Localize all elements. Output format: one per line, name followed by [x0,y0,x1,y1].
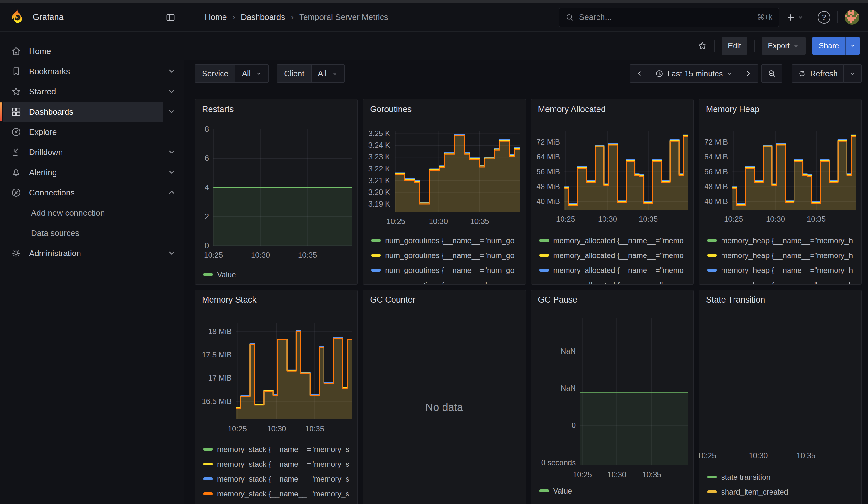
legend-item[interactable]: num_goroutines {__name__="num_go [371,236,521,245]
panel-title[interactable]: GC Pause [538,295,578,305]
time-series-chart[interactable]: 10:2510:3010:35 [699,290,861,467]
svg-text:0: 0 [571,421,576,430]
legend-item[interactable]: memory_heap {__name__="memory_h [707,251,858,260]
legend-item[interactable]: num_goroutines {__name__="num_go [371,251,521,260]
time-series-chart[interactable]: 8642010:2510:3010:35 [195,100,357,262]
sidebar-item-bookmarks[interactable]: Bookmarks [2,61,163,81]
time-series-chart[interactable]: 72 MiB64 MiB56 MiB48 MiB40 MiB10:2510:30… [699,100,861,226]
legend-item[interactable]: memory_stack {__name__="memory_s [203,474,353,483]
sidebar-item-explore[interactable]: Explore [2,122,177,142]
svg-text:3.23 K: 3.23 K [368,153,390,161]
sidebar-item-connections[interactable]: Connections [2,183,163,203]
legend-item[interactable]: num_goroutines {__name__="num_go [371,280,521,284]
panel-title[interactable]: Memory Stack [202,295,257,305]
header-main: Home›Dashboards›Temporal Server Metrics … [184,3,868,31]
legend-swatch [371,284,381,284]
panel-title[interactable]: Memory Allocated [538,104,606,114]
time-range-picker[interactable]: Last 15 minutes [649,64,739,83]
chevron-up-icon[interactable] [167,188,177,197]
sidebar-item-drilldown[interactable]: Drilldown [2,142,163,162]
sidebar-item-starred[interactable]: Starred [2,81,163,102]
legend-label: memory_allocated {__name__="memo [553,266,684,275]
legend-item[interactable]: memory_heap {__name__="memory_h [707,280,858,284]
panel-title[interactable]: Restarts [202,104,234,114]
legend-item[interactable]: memory_heap {__name__="memory_h [707,266,858,275]
panel-title[interactable]: State Transition [706,295,765,305]
sidebar-item-add-new-connection[interactable]: Add new connection [2,203,177,223]
legend-item[interactable]: memory_stack {__name__="memory_s [203,445,353,454]
variable-value-dropdown[interactable]: All [311,65,344,82]
share-dropdown-button[interactable] [845,37,860,55]
breadcrumb: Home›Dashboards›Temporal Server Metrics [205,12,388,22]
sidebar-row: Connections [0,183,184,203]
breadcrumb-item[interactable]: Dashboards [241,12,285,22]
time-series-chart[interactable]: 72 MiB64 MiB56 MiB48 MiB40 MiB10:2510:30… [531,100,693,226]
time-series-chart[interactable]: NaNNaN00 seconds10:2510:3010:35 [531,290,693,481]
legend-swatch [371,269,381,271]
chevron-down-icon[interactable] [167,168,177,177]
panel-title[interactable]: Memory Heap [706,104,760,114]
chart-legend: state transitionshard_item_created [707,469,858,504]
legend-item[interactable]: memory_heap {__name__="memory_h [707,236,858,245]
grafana-logo-icon[interactable] [9,9,26,26]
chevron-down-icon[interactable] [167,147,177,157]
time-forward-button[interactable] [738,64,758,83]
chart-legend: Value [203,266,353,285]
app-header: Grafana Home›Dashboards›Temporal Server … [0,3,868,32]
legend-swatch [539,254,549,257]
legend-item[interactable]: memory_allocated {__name__="memo [539,251,690,260]
svg-text:10:35: 10:35 [298,251,317,259]
variable-value-dropdown[interactable]: All [235,65,268,82]
legend-item[interactable]: memory_allocated {__name__="memo [539,280,690,284]
breadcrumb-item[interactable]: Home [205,12,227,22]
panel-title[interactable]: GC Counter [370,295,415,305]
dashboard-toolbar: ServiceAllClientAll Last 15 minutes [195,64,862,83]
sidebar-item-label: Home [29,47,51,56]
legend-swatch [707,239,717,242]
chevron-down-icon[interactable] [167,248,177,258]
share-button[interactable]: Share [813,37,845,55]
edit-button[interactable]: Edit [722,37,747,55]
panel-title[interactable]: Goroutines [370,104,412,114]
sidebar-item-home[interactable]: Home [2,41,177,61]
legend-item[interactable]: state transition [707,472,858,482]
sidebar-item-data-sources[interactable]: Data sources [2,223,177,243]
dock-menu-icon[interactable] [165,12,175,22]
time-series-chart[interactable]: 18 MiB17.5 MiB17 MiB16.5 MiB10:2510:3010… [195,290,357,437]
search-input[interactable]: Search... ⌘+k [559,8,779,27]
chevron-down-icon[interactable] [167,66,177,76]
zoom-out-button[interactable] [761,64,782,83]
template-variables: ServiceAllClientAll [195,64,353,83]
chevron-down-icon[interactable] [167,107,177,116]
svg-text:10:35: 10:35 [639,215,658,223]
svg-text:10:35: 10:35 [796,451,815,460]
legend-item[interactable]: memory_allocated {__name__="memo [539,266,690,275]
legend-item[interactable]: shard_item_created [707,487,858,496]
legend-item[interactable]: memory_stack {__name__="memory_s [203,460,353,469]
legend-swatch [371,239,381,242]
refresh-interval-dropdown[interactable] [844,64,862,83]
legend-item[interactable]: Value [539,486,690,495]
legend-item[interactable]: num_goroutines {__name__="num_go [371,266,521,275]
variable-client: ClientAll [277,64,345,83]
legend-label: memory_heap {__name__="memory_h [721,236,853,245]
chevron-down-icon[interactable] [167,87,177,96]
legend-item[interactable]: memory_allocated {__name__="memo [539,236,690,245]
add-new-button[interactable] [786,13,804,22]
help-icon[interactable]: ? [818,11,830,24]
sidebar-item-alerting[interactable]: Alerting [2,162,163,183]
svg-text:17 MiB: 17 MiB [208,373,232,382]
variable-label: Service [195,65,235,82]
export-button[interactable]: Export [762,37,806,55]
sidebar-item-dashboards[interactable]: Dashboards [2,102,163,122]
legend-item[interactable]: memory_stack {__name__="memory_s [203,489,353,498]
time-series-chart[interactable]: 3.25 K3.24 K3.23 K3.22 K3.21 K3.20 K3.19… [363,100,525,228]
time-back-button[interactable] [630,64,649,83]
svg-text:10:25: 10:25 [572,470,591,479]
refresh-button[interactable]: Refresh [792,64,844,83]
favorite-star-button[interactable] [697,41,707,51]
svg-text:48 MiB: 48 MiB [536,182,560,191]
sidebar-item-administration[interactable]: Administration [2,243,163,263]
legend-item[interactable]: Value [203,270,353,279]
user-avatar[interactable] [845,10,859,25]
